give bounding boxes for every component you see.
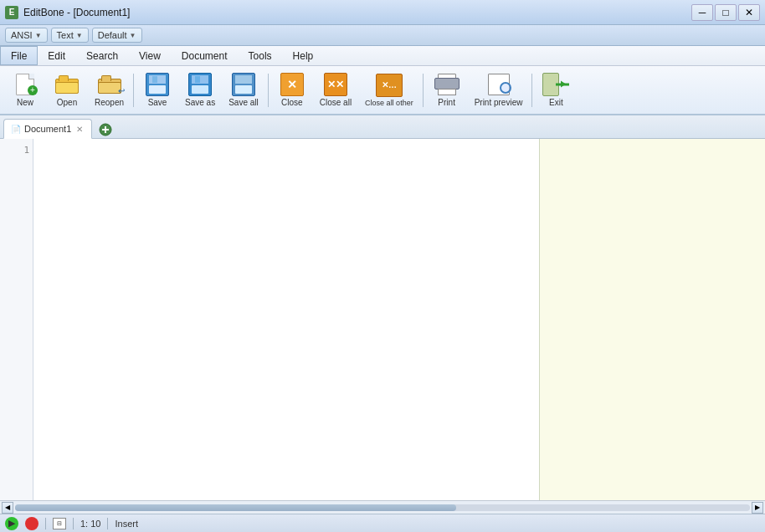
menu-file[interactable]: File (0, 46, 38, 65)
toolbar: + New Open ↩ Reopen (0, 66, 765, 115)
saveall-label: Save all (228, 98, 259, 107)
saveas-label: Save as (185, 98, 215, 107)
default-label: Default (98, 30, 127, 40)
app-icon: E (5, 6, 18, 19)
ansi-label: ANSI (11, 30, 33, 40)
exit-button[interactable]: Exit (536, 69, 576, 110)
ansi-dropdown[interactable]: ANSI ▼ (5, 28, 48, 43)
status-separator-3 (107, 518, 108, 529)
line-number-1: 1 (3, 144, 29, 157)
closeall-label: Close all (320, 98, 352, 107)
preview-button[interactable]: Print preview (469, 69, 529, 110)
status-item-1: ⊟ (53, 518, 66, 529)
save-label: Save (148, 98, 167, 107)
editor-mode: Insert (115, 519, 138, 529)
new-tab-icon (99, 123, 112, 136)
app-name: EditBone (23, 7, 64, 18)
title-text: EditBone - [Document1] (23, 7, 130, 18)
text-arrow-icon: ▼ (76, 32, 83, 39)
title-separator: - (64, 7, 74, 18)
menu-view[interactable]: View (129, 46, 172, 65)
tab-bar: 📄 Document1 ✕ (0, 115, 765, 139)
preview-label: Print preview (475, 98, 523, 107)
new-label: New (17, 98, 33, 107)
tab-label: Document1 (24, 124, 71, 134)
position-text: 1: 10 (80, 519, 100, 529)
menu-tools[interactable]: Tools (239, 46, 283, 65)
close-button[interactable]: ✕ (738, 4, 760, 21)
status-separator-1 (45, 518, 46, 529)
reopen-button[interactable]: ↩ Reopen (89, 69, 130, 110)
print-button[interactable]: Print (427, 69, 467, 110)
hscroll-track (15, 504, 750, 511)
open-button[interactable]: Open (47, 69, 87, 110)
toolbar-separator-3 (423, 74, 424, 107)
header-dropdowns: ANSI ▼ Text ▼ Default ▼ (0, 25, 765, 46)
default-dropdown[interactable]: Default ▼ (92, 28, 142, 43)
title-bar: E EditBone - [Document1] ─ □ ✕ (0, 0, 765, 25)
editor-container: 1 (0, 139, 765, 500)
tab-icon: 📄 (11, 125, 21, 134)
print-label: Print (438, 98, 455, 107)
menu-help[interactable]: Help (283, 46, 325, 65)
title-controls: ─ □ ✕ (691, 4, 760, 21)
stop-button[interactable] (25, 517, 39, 530)
exit-label: Exit (549, 98, 563, 107)
status-separator-2 (73, 518, 74, 529)
right-panel (539, 139, 765, 500)
text-label: Text (57, 30, 74, 40)
tab-document1[interactable]: 📄 Document1 ✕ (3, 119, 92, 139)
status-bar: ▶ ⊟ 1: 10 Insert (0, 514, 765, 532)
toolbar-separator-4 (531, 74, 532, 107)
reopen-arrow-icon: ↩ (118, 86, 125, 95)
minimize-button[interactable]: ─ (691, 4, 713, 21)
hscroll-thumb[interactable] (15, 504, 456, 511)
record-button[interactable]: ▶ (5, 517, 18, 530)
closeall-button[interactable]: ✕✕ Close all (314, 69, 357, 110)
mode-text: Insert (115, 519, 138, 529)
closeother-button[interactable]: ✕… Close all other (359, 70, 419, 110)
toolbar-separator-2 (268, 74, 269, 107)
text-dropdown[interactable]: Text ▼ (51, 28, 89, 43)
status-icon-1: ⊟ (53, 518, 66, 529)
new-tab-button[interactable] (94, 121, 117, 138)
cursor-position: 1: 10 (80, 519, 100, 529)
save-button[interactable]: Save (137, 69, 177, 110)
closeother-label: Close all other (365, 99, 413, 107)
reopen-label: Reopen (95, 98, 124, 107)
line-numbers: 1 (0, 139, 33, 500)
saveas-button[interactable]: Save as (179, 69, 221, 110)
open-label: Open (57, 98, 77, 107)
menu-edit[interactable]: Edit (38, 46, 76, 65)
ansi-arrow-icon: ▼ (35, 32, 42, 39)
menu-bar: File Edit Search View Document Tools Hel… (0, 46, 765, 66)
new-button[interactable]: + New (5, 69, 45, 110)
maximize-button[interactable]: □ (715, 4, 737, 21)
horizontal-scrollbar: ◀ ▶ (0, 500, 765, 514)
saveall-button[interactable]: Save all (223, 69, 264, 110)
close-doc-button[interactable]: Close (272, 69, 312, 110)
scroll-left-button[interactable]: ◀ (2, 502, 13, 514)
title-left: E EditBone - [Document1] (5, 6, 130, 19)
menu-document[interactable]: Document (172, 46, 239, 65)
close-doc-label: Close (281, 98, 303, 107)
editor-area[interactable] (33, 139, 539, 500)
tab-close-icon[interactable]: ✕ (74, 124, 85, 135)
menu-search[interactable]: Search (76, 46, 129, 65)
scroll-right-button[interactable]: ▶ (752, 502, 763, 514)
toolbar-separator-1 (133, 74, 134, 107)
document-name: [Document1] (73, 7, 130, 18)
default-arrow-icon: ▼ (130, 32, 136, 39)
